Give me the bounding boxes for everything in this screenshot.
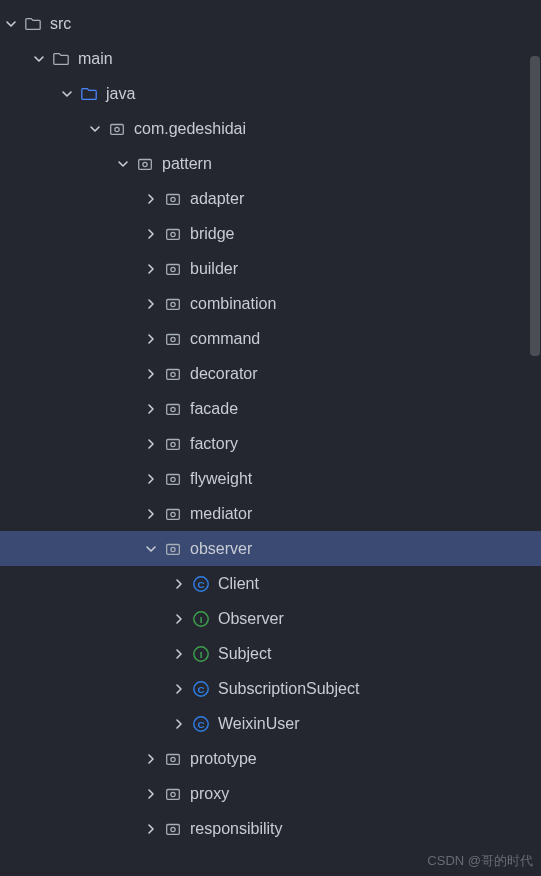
tree-item-label: java — [106, 85, 135, 103]
chevron-down-icon[interactable] — [112, 158, 134, 170]
tree-item[interactable]: mediator — [0, 496, 541, 531]
svg-rect-36 — [167, 754, 180, 764]
svg-point-37 — [171, 757, 175, 761]
tree-item-label: prototype — [190, 750, 257, 768]
tree-item-label: adapter — [190, 190, 244, 208]
tree-item[interactable]: combination — [0, 286, 541, 321]
chevron-down-icon[interactable] — [28, 53, 50, 65]
chevron-right-icon[interactable] — [140, 193, 162, 205]
chevron-right-icon[interactable] — [140, 508, 162, 520]
svg-rect-6 — [167, 229, 180, 239]
interface-icon: I — [190, 645, 212, 663]
tree-item[interactable]: builder — [0, 251, 541, 286]
svg-rect-10 — [167, 299, 180, 309]
tree-item[interactable]: java — [0, 76, 541, 111]
chevron-right-icon[interactable] — [168, 648, 190, 660]
svg-rect-16 — [167, 404, 180, 414]
tree-item[interactable]: flyweight — [0, 461, 541, 496]
watermark: CSDN @哥的时代 — [427, 852, 533, 870]
tree-item[interactable]: src — [0, 6, 541, 41]
svg-point-23 — [171, 512, 175, 516]
tree-item[interactable]: prototype — [0, 741, 541, 776]
tree-item-label: flyweight — [190, 470, 252, 488]
chevron-right-icon[interactable] — [140, 263, 162, 275]
project-tree[interactable]: srcmainjavacom.gedeshidaipatternadapterb… — [0, 0, 541, 846]
svg-point-13 — [171, 337, 175, 341]
tree-item[interactable]: ISubject — [0, 636, 541, 671]
package-icon — [106, 120, 128, 138]
chevron-down-icon[interactable] — [56, 88, 78, 100]
svg-point-3 — [143, 162, 147, 166]
chevron-right-icon[interactable] — [140, 228, 162, 240]
svg-rect-0 — [111, 124, 124, 134]
svg-rect-22 — [167, 509, 180, 519]
chevron-right-icon[interactable] — [140, 368, 162, 380]
tree-item[interactable]: pattern — [0, 146, 541, 181]
svg-rect-4 — [167, 194, 180, 204]
tree-item-label: combination — [190, 295, 276, 313]
class-icon: C — [190, 680, 212, 698]
package-icon — [134, 155, 156, 173]
interface-icon: I — [190, 610, 212, 628]
tree-item-label: mediator — [190, 505, 252, 523]
package-icon — [162, 400, 184, 418]
svg-text:I: I — [200, 648, 203, 659]
package-icon — [162, 225, 184, 243]
chevron-right-icon[interactable] — [168, 578, 190, 590]
chevron-right-icon[interactable] — [140, 333, 162, 345]
chevron-down-icon[interactable] — [84, 123, 106, 135]
package-icon — [162, 820, 184, 838]
package-icon — [162, 750, 184, 768]
chevron-down-icon[interactable] — [140, 543, 162, 555]
svg-rect-14 — [167, 369, 180, 379]
tree-item-label: pattern — [162, 155, 212, 173]
tree-item[interactable]: observer — [0, 531, 541, 566]
tree-item[interactable]: bridge — [0, 216, 541, 251]
tree-item[interactable]: facade — [0, 391, 541, 426]
tree-item[interactable]: command — [0, 321, 541, 356]
chevron-down-icon[interactable] — [0, 18, 22, 30]
svg-rect-24 — [167, 544, 180, 554]
svg-rect-8 — [167, 264, 180, 274]
chevron-right-icon[interactable] — [168, 718, 190, 730]
tree-item[interactable]: proxy — [0, 776, 541, 811]
chevron-right-icon[interactable] — [140, 298, 162, 310]
svg-text:C: C — [197, 683, 204, 694]
chevron-right-icon[interactable] — [140, 438, 162, 450]
tree-item[interactable]: main — [0, 41, 541, 76]
svg-rect-2 — [139, 159, 152, 169]
tree-item[interactable]: IObserver — [0, 601, 541, 636]
svg-rect-40 — [167, 824, 180, 834]
tree-item-label: bridge — [190, 225, 234, 243]
tree-item[interactable]: adapter — [0, 181, 541, 216]
svg-point-41 — [171, 827, 175, 831]
tree-item-label: src — [50, 15, 71, 33]
svg-point-11 — [171, 302, 175, 306]
tree-item-label: factory — [190, 435, 238, 453]
svg-point-21 — [171, 477, 175, 481]
svg-point-9 — [171, 267, 175, 271]
tree-item[interactable]: CSubscriptionSubject — [0, 671, 541, 706]
chevron-right-icon[interactable] — [168, 683, 190, 695]
chevron-right-icon[interactable] — [140, 823, 162, 835]
package-icon — [162, 260, 184, 278]
tree-item-label: WeixinUser — [218, 715, 300, 733]
chevron-right-icon[interactable] — [140, 473, 162, 485]
package-icon — [162, 435, 184, 453]
tree-item[interactable]: decorator — [0, 356, 541, 391]
svg-rect-12 — [167, 334, 180, 344]
tree-item[interactable]: CWeixinUser — [0, 706, 541, 741]
svg-point-39 — [171, 792, 175, 796]
package-icon — [162, 330, 184, 348]
scrollbar-thumb[interactable] — [530, 56, 540, 356]
tree-item[interactable]: factory — [0, 426, 541, 461]
tree-item[interactable]: CClient — [0, 566, 541, 601]
chevron-right-icon[interactable] — [140, 753, 162, 765]
chevron-right-icon[interactable] — [140, 788, 162, 800]
svg-point-15 — [171, 372, 175, 376]
tree-item[interactable]: responsibility — [0, 811, 541, 846]
chevron-right-icon[interactable] — [168, 613, 190, 625]
chevron-right-icon[interactable] — [140, 403, 162, 415]
tree-item[interactable]: com.gedeshidai — [0, 111, 541, 146]
source-folder-icon — [78, 85, 100, 103]
